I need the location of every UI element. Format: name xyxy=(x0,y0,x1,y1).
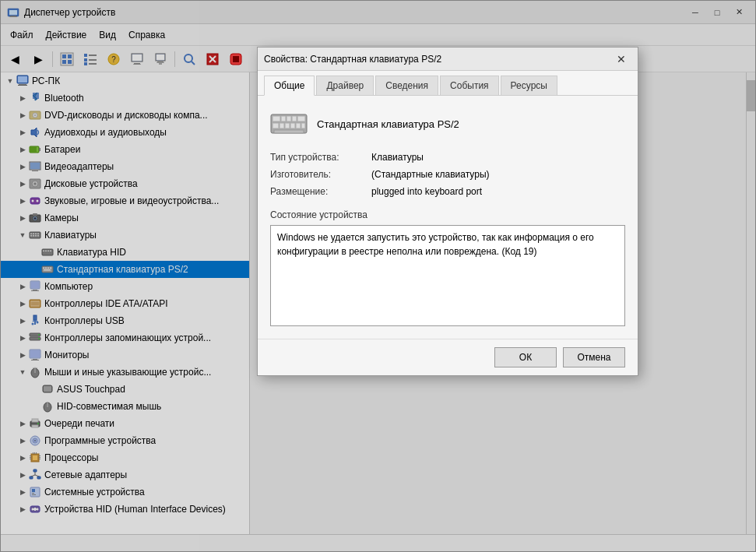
cancel-button[interactable]: Отмена xyxy=(563,347,625,367)
prop-row-type: Тип устройства: Клавиатуры xyxy=(270,152,625,163)
svg-rect-149 xyxy=(274,130,304,133)
device-name-label: Стандартная клавиатура PS/2 xyxy=(317,118,459,130)
properties-dialog: Свойства: Стандартная клавиатура PS/2 ✕ … xyxy=(257,47,638,376)
tab-general[interactable]: Общие xyxy=(264,76,315,96)
device-header: Стандартная клавиатура PS/2 xyxy=(270,108,625,139)
prop-label-location: Размещение: xyxy=(270,186,371,197)
prop-label-manufacturer: Изготовитель: xyxy=(270,169,371,180)
ok-button[interactable]: ОК xyxy=(494,347,557,367)
status-section-label: Состояние устройства xyxy=(270,209,625,220)
prop-row-manufacturer: Изготовитель: (Стандартные клавиатуры) xyxy=(270,169,625,180)
tab-driver[interactable]: Драйвер xyxy=(316,76,374,95)
svg-rect-148 xyxy=(301,123,305,128)
tab-info[interactable]: Сведения xyxy=(375,76,438,95)
svg-rect-143 xyxy=(273,123,279,128)
svg-rect-139 xyxy=(281,116,286,121)
prop-row-location: Размещение: plugged into keyboard port xyxy=(270,186,625,197)
svg-rect-142 xyxy=(297,116,305,121)
dialog-footer: ОК Отмена xyxy=(258,339,638,375)
dialog-body: Стандартная клавиатура PS/2 Тип устройст… xyxy=(258,96,638,339)
properties-table: Тип устройства: Клавиатуры Изготовитель:… xyxy=(270,152,625,197)
svg-rect-138 xyxy=(273,116,280,121)
dialog-overlay: Свойства: Стандартная клавиатура PS/2 ✕ … xyxy=(0,0,756,552)
svg-rect-147 xyxy=(296,123,301,128)
status-text: Windows не удается запустить это устройс… xyxy=(277,232,594,257)
tab-events[interactable]: События xyxy=(440,76,499,95)
prop-label-type: Тип устройства: xyxy=(270,152,371,163)
dialog-title-bar: Свойства: Стандартная клавиатура PS/2 ✕ xyxy=(258,47,638,71)
tab-bar: Общие Драйвер Сведения События Ресурсы xyxy=(258,71,638,96)
status-box[interactable]: Windows не удается запустить это устройс… xyxy=(270,225,625,326)
tab-resources[interactable]: Ресурсы xyxy=(501,76,557,95)
svg-rect-145 xyxy=(285,123,290,128)
svg-rect-140 xyxy=(287,116,291,121)
prop-value-location: plugged into keyboard port xyxy=(371,186,482,197)
device-icon-large xyxy=(270,108,308,139)
prop-value-manufacturer: (Стандартные клавиатуры) xyxy=(371,169,490,180)
dialog-close-button[interactable]: ✕ xyxy=(611,51,631,67)
prop-value-type: Клавиатуры xyxy=(371,152,424,163)
svg-rect-146 xyxy=(290,123,295,128)
svg-rect-144 xyxy=(280,123,284,128)
svg-rect-141 xyxy=(292,116,297,121)
dialog-title: Свойства: Стандартная клавиатура PS/2 xyxy=(264,54,611,65)
